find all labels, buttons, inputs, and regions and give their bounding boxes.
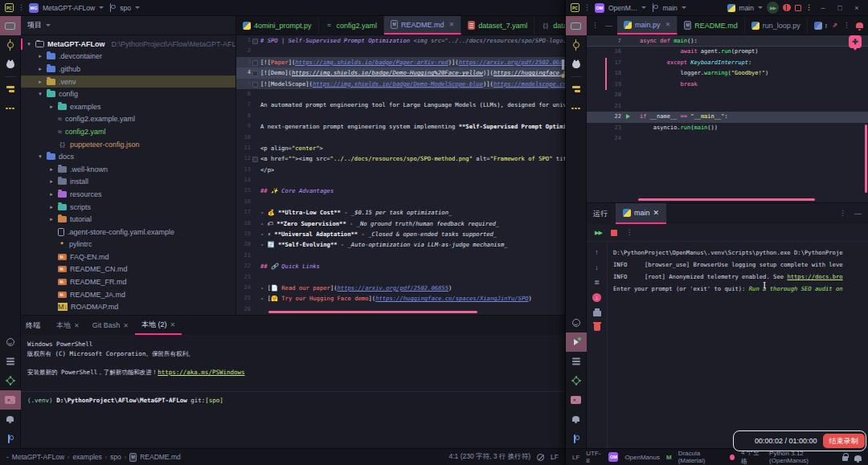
github-toolwindow-button[interactable] xyxy=(566,55,587,74)
editor-tab[interactable]: main.py✕ xyxy=(617,16,678,35)
scroll-up-icon[interactable]: ↑ xyxy=(595,248,599,256)
tree-item[interactable]: ▾docs xyxy=(21,150,235,163)
hide-run-panel-icon[interactable]: — xyxy=(854,210,862,218)
tree-item[interactable]: ▸resources xyxy=(21,188,235,201)
tree-chevron-icon[interactable]: ▸ xyxy=(48,204,55,210)
tree-chevron-icon[interactable]: ▸ xyxy=(48,216,55,222)
horizontal-scrollbar[interactable] xyxy=(638,198,815,201)
stop-recording-button[interactable]: 结束录制 xyxy=(823,434,865,448)
tree-chevron-icon[interactable]: ▾ xyxy=(26,41,32,47)
scroll-down-icon[interactable]: ↓ xyxy=(595,263,599,271)
scroll-to-end-icon[interactable]: ↓ xyxy=(592,293,601,302)
project-toolwindow-button[interactable] xyxy=(566,16,587,35)
services-toolwindow-button[interactable] xyxy=(566,313,587,332)
terminal-tab[interactable]: 本地✕ xyxy=(50,316,86,335)
close-icon[interactable]: ✕ xyxy=(74,322,80,329)
editor-tab[interactable]: ≈config2.yaml xyxy=(319,16,385,35)
tree-chevron-icon[interactable]: ▸ xyxy=(48,191,55,198)
hide-panel-icon[interactable]: — xyxy=(605,22,612,30)
chevron-down-icon[interactable] xyxy=(99,6,104,9)
main-menu-icon[interactable]: ⋮ xyxy=(18,4,25,11)
theme-name[interactable]: Dracula (Material) xyxy=(678,450,723,464)
close-button[interactable]: × xyxy=(850,4,863,12)
main-menu-icon[interactable]: ⋮ xyxy=(583,4,591,11)
close-icon[interactable]: ✕ xyxy=(170,321,175,328)
github-toolwindow-button[interactable] xyxy=(0,55,21,74)
editor-tab[interactable]: MREADME.md xyxy=(678,16,745,35)
tree-item[interactable]: M↓README_FR.md xyxy=(21,275,235,288)
settings-toolwindow-button[interactable] xyxy=(566,371,587,390)
left-editor[interactable]: 1# SPO | Self-Supervised Prompt Optimiza… xyxy=(236,35,565,315)
tab-options-icon[interactable]: ⋮ xyxy=(592,22,599,29)
tree-chevron-icon[interactable]: ▾ xyxy=(37,153,43,160)
more-actions-icon[interactable]: ⋮ xyxy=(805,4,813,11)
tree-chevron-icon[interactable]: ▸ xyxy=(37,53,43,59)
project-name[interactable]: OpenM… xyxy=(608,4,637,12)
caret-position[interactable]: 4:1 (230 字符, 3 行 换行符) xyxy=(449,452,531,462)
clear-output-icon[interactable] xyxy=(594,324,600,331)
status-project-name[interactable]: OpenManus xyxy=(624,454,660,461)
debug-button[interactable] xyxy=(783,4,791,11)
run-options-icon[interactable]: ⋮ xyxy=(839,210,846,218)
commit-toolwindow-button[interactable] xyxy=(566,35,587,55)
tree-item[interactable]: {;}puppeteer-config.json xyxy=(21,138,235,151)
tree-item[interactable]: ▸scripts xyxy=(21,201,235,214)
chevron-down-icon[interactable] xyxy=(641,6,646,9)
minimize-button[interactable]: – xyxy=(817,4,829,12)
tree-chevron-icon[interactable]: ▸ xyxy=(48,166,55,173)
line-ending[interactable]: LF xyxy=(551,453,559,461)
close-icon[interactable]: ✕ xyxy=(123,322,129,329)
tree-chevron-icon[interactable]: ▾ xyxy=(37,91,43,97)
line-ending[interactable]: LF xyxy=(572,454,579,461)
tree-item[interactable]: M↓FAQ-EN.md xyxy=(21,251,235,263)
run-line-icon[interactable] xyxy=(626,114,630,119)
tab-more-icon[interactable]: ⋮ xyxy=(843,22,850,29)
tree-item[interactable]: ▸install xyxy=(21,176,235,189)
terminal-title[interactable]: 终端 xyxy=(26,320,40,331)
tree-item[interactable]: ▸tutorial xyxy=(21,213,235,226)
tree-item[interactable]: *pylintrc xyxy=(21,239,235,251)
tree-item[interactable]: ▸.well-known xyxy=(21,163,235,176)
project-toolwindow-button[interactable] xyxy=(0,16,21,35)
tree-item[interactable]: ▸.venv xyxy=(21,75,235,88)
notifications-toolwindow-button[interactable] xyxy=(0,410,21,429)
tree-item[interactable]: M↓README_JA.md xyxy=(21,288,235,301)
more-toolwindow-button[interactable] xyxy=(0,99,21,118)
print-icon[interactable] xyxy=(593,311,601,316)
run-more-icon[interactable]: ⋮ xyxy=(626,229,633,236)
run-tab-main[interactable]: main ✕ xyxy=(616,203,666,224)
branch-name[interactable]: main xyxy=(662,4,677,12)
recorder-pin-icon[interactable]: ✚ xyxy=(849,35,862,48)
python-interpreter[interactable]: Python 3.12 (OpenManus) xyxy=(769,450,836,464)
editor-tab[interactable]: requirement xyxy=(808,16,828,35)
soft-wrap-icon[interactable]: ≣ xyxy=(594,279,600,286)
packages-toolwindow-button[interactable] xyxy=(0,352,21,371)
tree-item[interactable]: .agent-store-config.yaml.example xyxy=(21,226,235,239)
editor-tab[interactable]: run_loop.py xyxy=(745,16,808,35)
tree-chevron-icon[interactable]: ▸ xyxy=(37,79,43,85)
commit-toolwindow-button[interactable] xyxy=(0,35,21,55)
run-toolwindow-button[interactable] xyxy=(566,332,587,352)
tree-item[interactable]: M↓README_CN.md xyxy=(21,263,235,276)
tree-chevron-icon[interactable]: ▸ xyxy=(37,66,43,72)
terminal-tab[interactable]: Git Bash✕ xyxy=(86,316,135,335)
notifications-icon[interactable] xyxy=(856,22,863,28)
terminal-tab[interactable]: 本地 (2)✕ xyxy=(135,316,182,335)
notifications-toolwindow-button[interactable] xyxy=(566,410,587,429)
run-output[interactable]: D:\PythonProject\OpenManus\.venv\Scripts… xyxy=(608,242,868,448)
terminal-output[interactable]: Windows PowerShell版权所有 (C) Microsoft Cor… xyxy=(21,335,565,448)
packages-toolwindow-button[interactable] xyxy=(566,352,587,371)
tree-item[interactable]: ▾config xyxy=(21,88,235,100)
tree-item[interactable]: ▸.github xyxy=(21,63,235,75)
warning-stripe-mark[interactable] xyxy=(562,74,564,78)
error-stripe-mark[interactable] xyxy=(562,59,564,70)
close-icon[interactable]: ✕ xyxy=(665,21,671,28)
more-toolwindow-button[interactable] xyxy=(566,99,587,118)
structure-toolwindow-button[interactable] xyxy=(566,80,587,99)
services-toolwindow-button[interactable] xyxy=(0,332,21,352)
chevron-down-icon[interactable] xyxy=(135,6,140,9)
close-icon[interactable]: ✕ xyxy=(653,209,660,217)
breadcrumb-item[interactable]: examples xyxy=(72,453,101,461)
tree-item[interactable]: ▸examples xyxy=(21,100,235,113)
editor-tab[interactable]: dataset_7.yaml xyxy=(461,16,534,35)
